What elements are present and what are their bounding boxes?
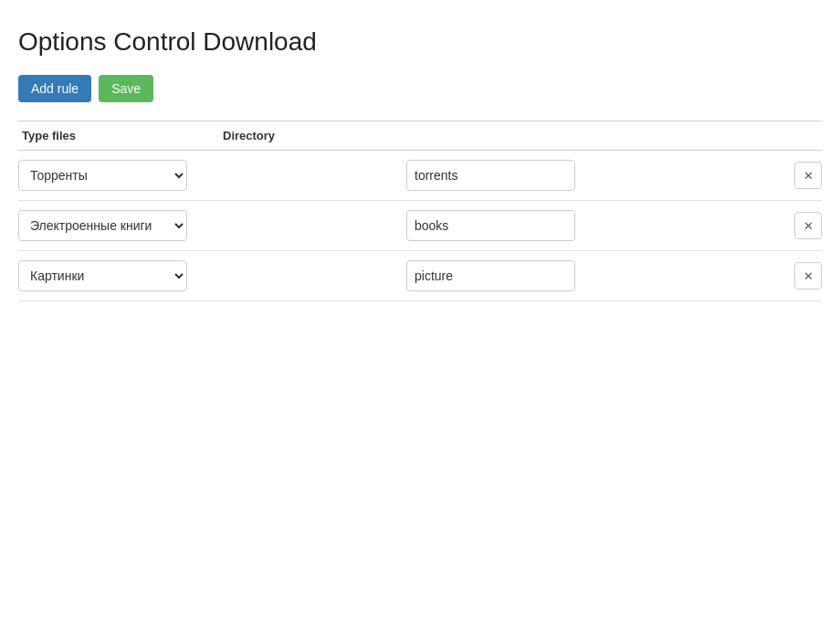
table-row: ТоррентыЭлектроенные книгиКартинки✕ <box>18 151 822 201</box>
page-container: Options Control Download Add rule Save T… <box>0 0 840 329</box>
rule-delete-button-1[interactable]: ✕ <box>794 162 822 189</box>
add-rule-button[interactable]: Add rule <box>18 75 91 102</box>
rule-directory-input-2[interactable] <box>406 210 575 241</box>
rule-directory-input-1[interactable] <box>406 160 575 191</box>
rule-type-select-2[interactable]: ТоррентыЭлектроенные книгиКартинки <box>18 210 187 241</box>
page-title: Options Control Download <box>18 27 822 57</box>
rule-delete-button-2[interactable]: ✕ <box>794 212 822 239</box>
save-button[interactable]: Save <box>99 75 153 102</box>
rule-type-select-3[interactable]: ТоррентыЭлектроенные книгиКартинки <box>18 260 187 291</box>
table-header: Type files Directory <box>18 121 822 151</box>
rule-directory-input-3[interactable] <box>406 260 575 291</box>
table-row: ТоррентыЭлектроенные книгиКартинки✕ <box>18 201 822 251</box>
rule-type-select-1[interactable]: ТоррентыЭлектроенные книгиКартинки <box>18 160 187 191</box>
toolbar: Add rule Save <box>18 75 822 102</box>
col-type-header: Type files <box>18 129 219 142</box>
rule-delete-button-3[interactable]: ✕ <box>794 262 822 289</box>
table-row: ТоррентыЭлектроенные книгиКартинки✕ <box>18 251 822 301</box>
col-dir-header: Directory <box>219 129 822 142</box>
rules-container: ТоррентыЭлектроенные книгиКартинки✕Торре… <box>18 151 822 301</box>
